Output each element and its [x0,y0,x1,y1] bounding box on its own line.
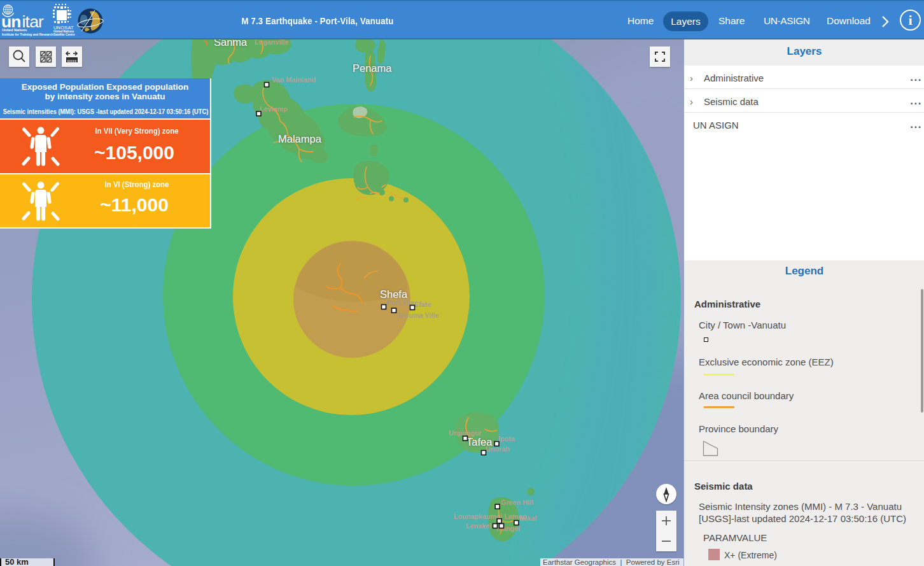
svg-text:Inikal: Inikal [519,514,537,522]
svg-text:Efate: Efate [414,301,431,308]
svg-text:Penama: Penama [353,62,392,74]
svg-text:Leviamp: Leviamp [260,105,288,113]
svg-text:Tafea: Tafea [466,436,493,448]
svg-text:Malampa: Malampa [278,133,322,145]
svg-text:Teouma Ville: Teouma Ville [397,311,439,319]
svg-text:Institute for Training and Res: Institute for Training and Research [2,33,53,36]
svg-text:United Nations: United Nations [53,30,74,33]
svg-text:Lenakel: Lenakel [466,522,491,530]
svg-text:United Nations: United Nations [2,28,27,32]
svg-text:Vao Mainland: Vao Mainland [272,76,316,83]
svg-text:Shefa: Shefa [380,288,408,300]
svg-text:Green Hill: Green Hill [501,499,533,506]
svg-text:Ipota: Ipota [498,435,515,442]
svg-text:Satellite Centre: Satellite Centre [53,33,75,36]
svg-text:Lounapkaumei Lamap: Lounapkaumei Lamap [454,513,526,520]
